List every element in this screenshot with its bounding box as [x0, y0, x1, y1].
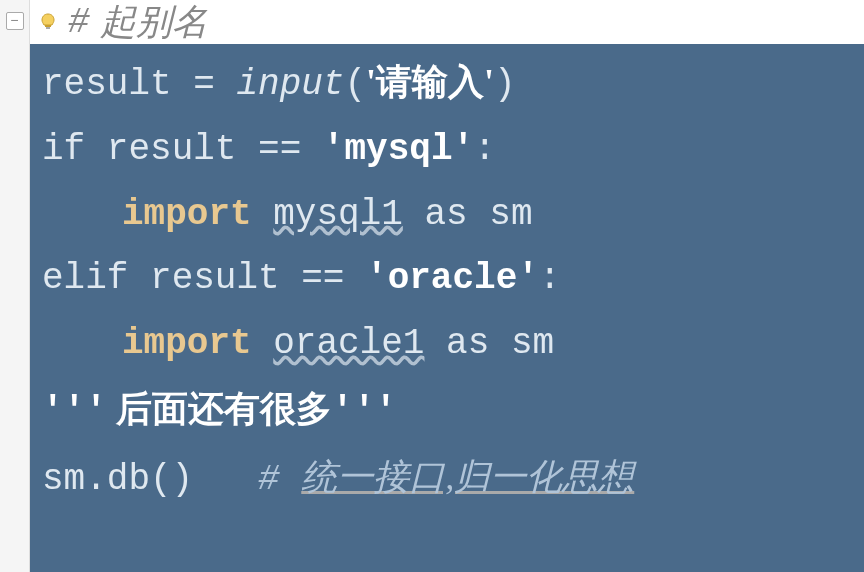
header-line: # 起别名	[30, 0, 864, 44]
as-clause: as sm	[403, 194, 533, 235]
fold-toggle-icon[interactable]: −	[6, 12, 24, 30]
kw-import: import	[122, 194, 252, 235]
mod-oracle1: oracle1	[273, 323, 424, 364]
colon: :	[474, 129, 496, 170]
code-string-prompt: '请输入'	[366, 62, 494, 102]
docstring-text: 后面还有很多	[107, 389, 332, 429]
paren-close: )	[494, 64, 516, 105]
code-line-2: if result == 'mysql':	[42, 118, 852, 183]
code-area[interactable]: # 起别名 result = input('请输入') if result ==…	[30, 0, 864, 572]
comment-hash: #	[68, 2, 90, 43]
as-clause: as sm	[424, 323, 554, 364]
kw-if: if	[42, 129, 85, 170]
space	[252, 194, 274, 235]
kw-import: import	[122, 323, 252, 364]
string-mysql: 'mysql'	[323, 129, 474, 170]
colon: :	[539, 258, 561, 299]
triple-quote-open: '''	[42, 391, 107, 432]
space	[252, 323, 274, 364]
code-line-7: sm.db() # 统一接口,归一化思想	[42, 445, 852, 513]
method-call: sm.db()	[42, 459, 215, 500]
fold-marker-symbol: −	[10, 13, 18, 29]
triple-quote-close: '''	[332, 391, 397, 432]
code-line-3: import mysql1 as sm	[42, 183, 852, 248]
lightbulb-icon[interactable]	[36, 10, 60, 34]
cond-text: result ==	[85, 129, 323, 170]
code-selection[interactable]: result = input('请输入') if result == 'mysq…	[30, 44, 864, 572]
code-editor: − # 起别名 result = input('请输入') if result …	[0, 0, 864, 572]
mod-mysql1: mysql1	[273, 194, 403, 235]
editor-gutter: −	[0, 0, 30, 572]
svg-rect-0	[45, 25, 51, 27]
kw-elif: elif	[42, 258, 128, 299]
code-assign: result =	[42, 64, 236, 105]
svg-rect-1	[46, 27, 50, 29]
cond-text: result ==	[128, 258, 366, 299]
code-builtin-input: input	[236, 64, 344, 105]
code-line-1: result = input('请输入')	[42, 50, 852, 118]
code-line-4: elif result == 'oracle':	[42, 247, 852, 312]
paren-open: (	[344, 64, 366, 105]
code-line-5: import oracle1 as sm	[42, 312, 852, 377]
comment-header-text: 起别名	[100, 0, 208, 47]
comment-inline-text: 统一接口,归一化思想	[301, 457, 634, 497]
code-line-6: ''' 后面还有很多'''	[42, 377, 852, 445]
comment-hash-inline: #	[215, 459, 301, 500]
string-oracle: 'oracle'	[366, 258, 539, 299]
